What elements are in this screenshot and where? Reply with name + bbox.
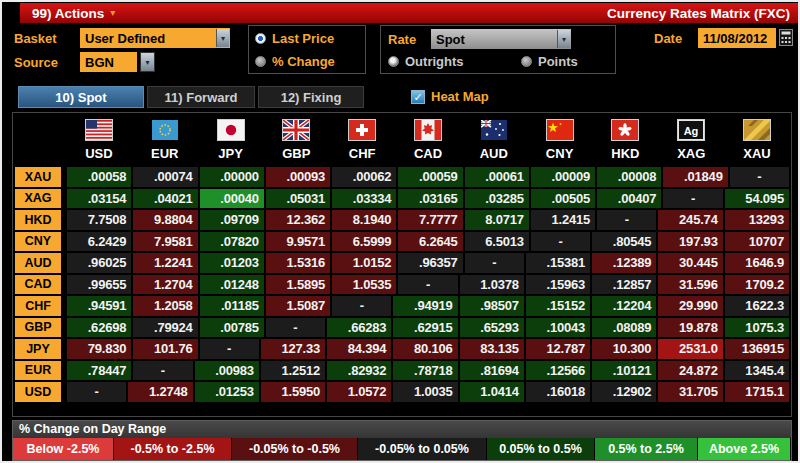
cell-jpy-usd[interactable]: 79.830 <box>67 339 131 359</box>
cell-xau-jpy[interactable]: .00000 <box>200 167 264 187</box>
cell-aud-eur[interactable]: 1.2241 <box>133 253 197 273</box>
tab-spot[interactable]: 10) Spot <box>18 86 144 108</box>
cell-gbp-usd[interactable]: .62698 <box>67 318 131 338</box>
actions-menu-button[interactable]: 99) Actions ▾ <box>20 6 115 21</box>
cell-hkd-xag[interactable]: 245.74 <box>658 210 722 230</box>
cell-jpy-cny[interactable]: 12.787 <box>526 339 590 359</box>
cell-aud-cny[interactable]: .15381 <box>526 253 590 273</box>
cell-cad-eur[interactable]: 1.2704 <box>133 275 197 295</box>
cell-hkd-chf[interactable]: 8.1940 <box>332 210 396 230</box>
cell-cny-chf[interactable]: 6.5999 <box>332 232 396 252</box>
tab-forward[interactable]: 11) Forward <box>147 86 255 108</box>
cell-xau-aud[interactable]: .00061 <box>465 167 529 187</box>
cell-cad-chf[interactable]: 1.0535 <box>332 275 396 295</box>
cell-aud-xau[interactable]: 1646.9 <box>725 253 789 273</box>
cell-jpy-xau[interactable]: 136915 <box>725 339 789 359</box>
cell-cny-xau[interactable]: 10707 <box>725 232 789 252</box>
cell-chf-cad[interactable]: .94919 <box>393 296 457 316</box>
cell-cny-aud[interactable]: 6.5013 <box>465 232 529 252</box>
cell-usd-xag[interactable]: 31.705 <box>658 382 722 402</box>
cell-eur-eur[interactable]: - <box>133 361 192 381</box>
cell-xag-jpy[interactable]: .00040 <box>200 189 264 209</box>
cell-jpy-gbp[interactable]: 127.33 <box>261 339 325 359</box>
cell-chf-cny[interactable]: .15152 <box>526 296 590 316</box>
cell-xag-hkd[interactable]: .00407 <box>597 189 661 209</box>
dropdown-arrow-icon[interactable]: ▾ <box>216 29 229 47</box>
cell-usd-xau[interactable]: 1715.1 <box>725 382 789 402</box>
cell-cny-gbp[interactable]: 9.9571 <box>266 232 330 252</box>
points-radio[interactable]: Points <box>521 54 578 69</box>
cell-xau-usd[interactable]: .00058 <box>67 167 131 187</box>
cell-xag-xau[interactable]: 54.095 <box>725 189 789 209</box>
cell-eur-xag[interactable]: 24.872 <box>658 361 722 381</box>
cell-aud-jpy[interactable]: .01203 <box>200 253 264 273</box>
cell-xag-chf[interactable]: .03334 <box>332 189 396 209</box>
cell-cny-eur[interactable]: 7.9581 <box>133 232 197 252</box>
cell-gbp-chf[interactable]: .66283 <box>327 318 391 338</box>
cell-aud-aud[interactable]: - <box>465 253 524 273</box>
last-price-radio[interactable]: Last Price <box>255 31 334 46</box>
cell-usd-hkd[interactable]: .12902 <box>592 382 656 402</box>
cell-cny-usd[interactable]: 6.2429 <box>67 232 131 252</box>
cell-cny-xag[interactable]: 197.93 <box>658 232 722 252</box>
cell-cad-jpy[interactable]: .01248 <box>200 275 264 295</box>
cell-aud-xag[interactable]: 30.445 <box>658 253 722 273</box>
cell-cny-cny[interactable]: - <box>531 232 590 252</box>
cell-chf-xau[interactable]: 1622.3 <box>725 296 789 316</box>
cell-xau-xau[interactable]: - <box>730 167 789 187</box>
cell-xau-cad[interactable]: .00059 <box>398 167 462 187</box>
cell-xau-xag[interactable]: .01849 <box>663 167 727 187</box>
cell-aud-chf[interactable]: 1.0152 <box>332 253 396 273</box>
cell-cad-xag[interactable]: 31.596 <box>658 275 722 295</box>
cell-xau-cny[interactable]: .00009 <box>531 167 595 187</box>
cell-eur-xau[interactable]: 1345.4 <box>725 361 789 381</box>
cell-xag-cad[interactable]: .03165 <box>398 189 462 209</box>
source-select[interactable]: BGN <box>80 52 137 72</box>
cell-eur-cny[interactable]: .12566 <box>526 361 590 381</box>
calendar-calculator-icon[interactable] <box>779 29 793 46</box>
cell-jpy-xag[interactable]: 2531.0 <box>658 339 722 359</box>
cell-jpy-hkd[interactable]: 10.300 <box>592 339 656 359</box>
cell-usd-jpy[interactable]: .01253 <box>195 382 259 402</box>
rate-select[interactable]: Spot ▾ <box>431 29 571 49</box>
cell-chf-chf[interactable]: - <box>332 296 391 316</box>
cell-hkd-jpy[interactable]: .09709 <box>200 210 264 230</box>
pct-change-radio[interactable]: % Change <box>255 54 335 69</box>
outrights-radio[interactable]: Outrights <box>388 54 464 69</box>
cell-aud-usd[interactable]: .96025 <box>67 253 131 273</box>
cell-xau-eur[interactable]: .00074 <box>133 167 197 187</box>
cell-jpy-cad[interactable]: 80.106 <box>393 339 457 359</box>
cell-usd-cad[interactable]: 1.0035 <box>393 382 457 402</box>
cell-eur-usd[interactable]: .78447 <box>67 361 131 381</box>
cell-cad-gbp[interactable]: 1.5895 <box>266 275 330 295</box>
cell-xag-gbp[interactable]: .05031 <box>266 189 330 209</box>
cell-xau-chf[interactable]: .00062 <box>332 167 396 187</box>
cell-chf-xag[interactable]: 29.990 <box>658 296 722 316</box>
cell-gbp-xau[interactable]: 1075.3 <box>725 318 789 338</box>
cell-aud-cad[interactable]: .96357 <box>398 253 462 273</box>
cell-gbp-xag[interactable]: 19.878 <box>658 318 722 338</box>
cell-hkd-usd[interactable]: 7.7508 <box>67 210 131 230</box>
cell-eur-cad[interactable]: .78718 <box>393 361 457 381</box>
cell-hkd-cad[interactable]: 7.7777 <box>398 210 462 230</box>
cell-xag-aud[interactable]: .03285 <box>465 189 529 209</box>
cell-cny-jpy[interactable]: .07820 <box>200 232 264 252</box>
cell-cny-cad[interactable]: 6.2645 <box>398 232 462 252</box>
cell-chf-aud[interactable]: .98507 <box>460 296 524 316</box>
cell-hkd-aud[interactable]: 8.0717 <box>465 210 529 230</box>
cell-gbp-jpy[interactable]: .00785 <box>200 318 264 338</box>
cell-aud-hkd[interactable]: .12389 <box>592 253 656 273</box>
cell-chf-gbp[interactable]: 1.5087 <box>266 296 330 316</box>
cell-hkd-xau[interactable]: 13293 <box>725 210 789 230</box>
cell-xag-xag[interactable]: - <box>663 189 722 209</box>
cell-eur-aud[interactable]: .81694 <box>460 361 524 381</box>
cell-aud-gbp[interactable]: 1.5316 <box>266 253 330 273</box>
cell-jpy-chf[interactable]: 84.394 <box>327 339 391 359</box>
cell-hkd-hkd[interactable]: - <box>597 210 656 230</box>
cell-hkd-cny[interactable]: 1.2415 <box>531 210 595 230</box>
cell-cad-cny[interactable]: .15963 <box>526 275 590 295</box>
cell-jpy-aud[interactable]: 83.135 <box>460 339 524 359</box>
cell-cad-hkd[interactable]: .12857 <box>592 275 656 295</box>
cell-xau-gbp[interactable]: .00093 <box>266 167 330 187</box>
cell-chf-usd[interactable]: .94591 <box>67 296 131 316</box>
